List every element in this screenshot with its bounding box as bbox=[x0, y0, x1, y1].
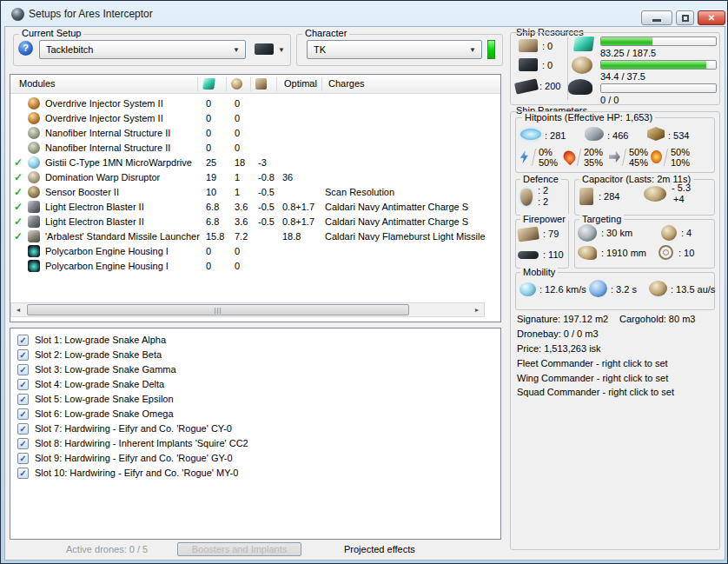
capacitor-delta-negative: - 5.3 bbox=[672, 182, 691, 194]
slot-row[interactable]: ✓Slot 10: Hardwiring - Eifyr and Co. 'Ro… bbox=[10, 466, 500, 481]
slot-checkbox[interactable]: ✓ bbox=[17, 335, 29, 346]
targeting-label: Targeting bbox=[579, 214, 624, 224]
nanofiber-structure-icon bbox=[28, 127, 40, 139]
slot-checkbox[interactable]: ✓ bbox=[17, 408, 29, 420]
current-setup-label: Current Setup bbox=[19, 28, 83, 38]
optimal-column-header[interactable]: Optimal bbox=[284, 78, 317, 89]
module-row[interactable]: Overdrive Injector System II00 bbox=[10, 96, 500, 111]
overdrive-injector-icon bbox=[28, 112, 40, 124]
kinetic-shield-resist: 50% bbox=[629, 148, 648, 157]
module-row[interactable]: Polycarbon Engine Housing I00 bbox=[10, 244, 500, 259]
module-powergrid-value: 1 bbox=[235, 172, 240, 182]
module-powergrid-value: 18 bbox=[235, 157, 245, 168]
armor-hp-value: : 466 bbox=[607, 130, 628, 142]
slot-row[interactable]: ✓Slot 3: Low-grade Snake Gamma bbox=[10, 362, 500, 377]
slot-checkbox[interactable]: ✓ bbox=[17, 468, 29, 479]
minimize-button[interactable] bbox=[641, 10, 672, 25]
slot-checkbox[interactable]: ✓ bbox=[17, 438, 29, 449]
module-row[interactable]: Polycarbon Engine Housing I00 bbox=[10, 259, 500, 274]
em-armor-resist: 50% bbox=[539, 158, 558, 168]
module-powergrid-value: 0 bbox=[235, 98, 240, 109]
targeting-range-value: : 30 km bbox=[601, 228, 632, 239]
slot-checkbox[interactable]: ✓ bbox=[17, 394, 29, 405]
firepower-label: Firepower bbox=[520, 214, 568, 224]
module-row[interactable]: Nanofiber Internal Structure II00 bbox=[10, 126, 500, 141]
module-cpu-value: 25 bbox=[206, 157, 216, 168]
modules-column-header[interactable]: Modules bbox=[19, 78, 56, 89]
warp-disruptor-icon bbox=[28, 171, 40, 183]
wing-commander-label[interactable]: Wing Commander - right click to set bbox=[517, 373, 668, 384]
module-active-check-icon: ✓ bbox=[14, 216, 26, 228]
align-time-value: : 3.2 s bbox=[611, 284, 637, 295]
chevron-down-icon: ▼ bbox=[469, 46, 476, 54]
slot-row[interactable]: ✓Slot 5: Low-grade Snake Epsilon bbox=[10, 392, 500, 407]
slot-row[interactable]: ✓Slot 1: Low-grade Snake Alpha bbox=[10, 333, 500, 348]
modules-table-header[interactable]: Modules Optimal Charges bbox=[10, 75, 500, 94]
boosters-implants-button[interactable]: Boosters and Implants bbox=[177, 542, 301, 556]
module-row[interactable]: ✓Domination Warp Disruptor191-0.836 bbox=[10, 170, 500, 185]
slot-row[interactable]: ✓Slot 6: Low-grade Snake Omega bbox=[10, 407, 500, 421]
module-row[interactable]: Overdrive Injector System II00 bbox=[10, 111, 500, 126]
slot-checkbox[interactable]: ✓ bbox=[17, 423, 29, 435]
module-active-check-icon: ✓ bbox=[14, 230, 26, 242]
calibration-value: : 200 bbox=[539, 81, 560, 92]
dronebay-label: Dronebay: 0 / 0 m3 bbox=[517, 328, 599, 340]
module-row[interactable]: ✓Gistii C-Type 1MN MicroWarpdrive2518-3 bbox=[10, 156, 500, 170]
blaster-icon bbox=[28, 201, 40, 213]
help-icon[interactable]: ? bbox=[18, 41, 33, 56]
cpu-column-icon[interactable] bbox=[202, 78, 215, 90]
powergrid-bar-fill bbox=[601, 61, 706, 69]
slot-row[interactable]: ✓Slot 9: Hardwiring - Eifyr and Co. 'Rog… bbox=[10, 451, 500, 466]
ship-menu-icon[interactable] bbox=[255, 43, 274, 55]
squad-commander-label[interactable]: Squad Commander - right click to set bbox=[517, 387, 674, 398]
close-button[interactable]: ✕ bbox=[698, 10, 725, 25]
scroll-right-icon[interactable]: ► bbox=[470, 304, 484, 315]
module-cpu-value: 15.8 bbox=[206, 231, 224, 242]
restore-button[interactable] bbox=[676, 10, 694, 25]
active-drones-label: Active drones: 0 / 5 bbox=[66, 544, 148, 555]
setup-select[interactable]: Tacklebitch ▼ bbox=[39, 40, 246, 59]
module-row[interactable]: Nanofiber Internal Structure II00 bbox=[10, 141, 500, 156]
warp-speed-value: : 13.5 au/s bbox=[671, 284, 715, 295]
module-powergrid-value: 0 bbox=[235, 143, 240, 153]
slot-row[interactable]: ✓Slot 7: Hardwiring - Eifyr and Co. 'Rog… bbox=[10, 421, 500, 436]
module-cpu-value: 0 bbox=[206, 128, 211, 138]
max-targets-icon bbox=[661, 225, 677, 241]
character-select[interactable]: TK ▼ bbox=[307, 40, 482, 59]
module-cpu-value: 0 bbox=[206, 113, 211, 123]
slot-checkbox[interactable]: ✓ bbox=[17, 453, 29, 464]
modules-hscrollbar[interactable]: ◄ ||| ► bbox=[10, 302, 485, 317]
module-charge-name: Caldari Navy Antimatter Charge S bbox=[325, 216, 468, 227]
slot-checkbox[interactable]: ✓ bbox=[17, 379, 29, 390]
module-powergrid-value: 3.6 bbox=[235, 216, 248, 227]
module-cpu-value: 10 bbox=[206, 187, 216, 197]
slot-row[interactable]: ✓Slot 2: Low-grade Snake Beta bbox=[10, 348, 500, 362]
module-powergrid-value: 1 bbox=[235, 187, 240, 197]
fleet-commander-label[interactable]: Fleet Commander - right click to set bbox=[517, 358, 668, 369]
slot-row[interactable]: ✓Slot 8: Hardwiring - Inherent Implants … bbox=[10, 436, 500, 451]
price-label: Price: 1,513,263 isk bbox=[517, 343, 601, 355]
slot-checkbox[interactable]: ✓ bbox=[17, 364, 29, 375]
scroll-left-icon[interactable]: ◄ bbox=[11, 304, 25, 315]
projected-effects-button[interactable]: Projected effects bbox=[344, 544, 415, 555]
slot-checkbox[interactable]: ✓ bbox=[17, 349, 29, 361]
module-row[interactable]: ✓'Arbalest' Standard Missile Launcher15.… bbox=[10, 229, 500, 244]
ship-menu-arrow-icon[interactable]: ▼ bbox=[278, 44, 285, 56]
module-cpu-value: 0 bbox=[206, 98, 211, 109]
powergrid-column-icon[interactable] bbox=[231, 78, 242, 90]
structure-hp-value: : 534 bbox=[668, 130, 689, 142]
slot-row[interactable]: ✓Slot 4: Low-grade Snake Delta bbox=[10, 377, 500, 392]
charges-column-header[interactable]: Charges bbox=[328, 78, 365, 89]
module-optimal-value: 36 bbox=[282, 172, 293, 182]
shield-hp-icon bbox=[520, 129, 541, 140]
module-row[interactable]: ✓Sensor Booster II101-0.5Scan Resolution bbox=[10, 185, 500, 200]
module-row[interactable]: ✓Light Electron Blaster II6.83.6-0.50.8+… bbox=[10, 215, 500, 229]
module-row[interactable]: ✓Light Electron Blaster II6.83.6-0.50.8+… bbox=[10, 200, 500, 215]
cap-booster-icon bbox=[644, 186, 666, 202]
module-charge-name: Caldari Navy Flameburst Light Missile bbox=[325, 231, 486, 242]
capacitor-column-icon[interactable] bbox=[255, 78, 267, 90]
modules-rows: Overdrive Injector System II00Overdrive … bbox=[10, 96, 500, 274]
scrollbar-thumb[interactable]: ||| bbox=[27, 304, 409, 315]
drones-value: 0 / 0 bbox=[600, 95, 619, 106]
module-powergrid-value: 0 bbox=[235, 246, 240, 256]
